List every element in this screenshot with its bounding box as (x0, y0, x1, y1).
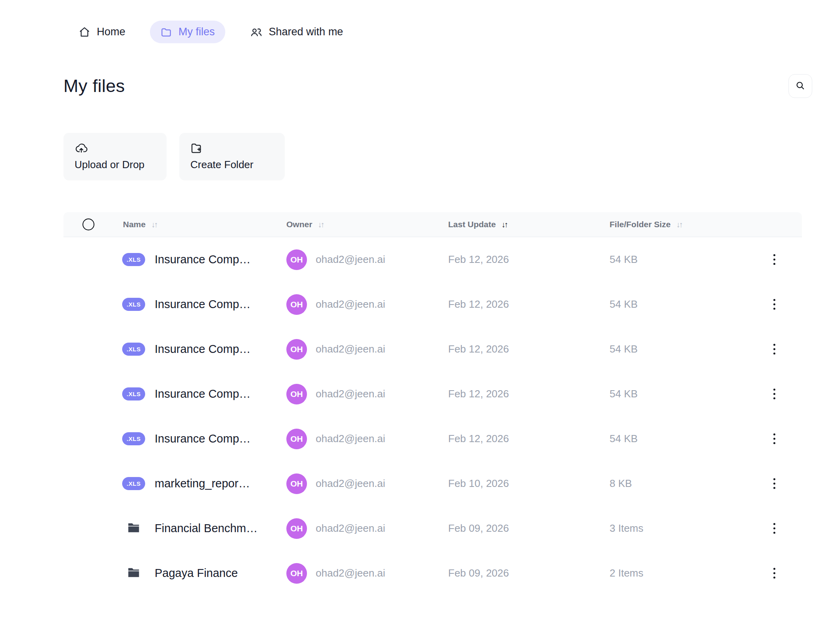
owner-email: ohad2@jeen.ai (316, 477, 385, 490)
kebab-cell (746, 519, 802, 538)
sort-icon[interactable]: ↓↑ (318, 220, 323, 229)
owner-email: ohad2@jeen.ai (316, 298, 385, 310)
owner-email: ohad2@jeen.ai (316, 522, 385, 535)
nav-item-label: My files (178, 26, 215, 38)
last-update: Feb 12, 2026 (448, 433, 610, 445)
column-label: Owner (286, 220, 312, 229)
file-size: 3 Items (610, 522, 746, 535)
avatar: OH (286, 339, 307, 360)
name-cell: Financial Benchm… (123, 521, 286, 537)
file-name: Insurance Comp… (155, 432, 251, 445)
file-type-badge: .XLS (122, 343, 145, 356)
column-header-name[interactable]: Name ↓↑ (123, 220, 286, 229)
sort-icon[interactable]: ↓↑ (676, 220, 682, 229)
owner-cell: OH ohad2@jeen.ai (286, 339, 448, 360)
column-label: Name (123, 220, 146, 229)
file-type-badge: .XLS (122, 298, 145, 311)
kebab-menu-icon[interactable] (769, 295, 779, 314)
table-row[interactable]: .XLS Insurance Comp… OH ohad2@jeen.ai Fe… (63, 372, 802, 416)
table-body: .XLS Insurance Comp… OH ohad2@jeen.ai Fe… (63, 237, 802, 596)
kebab-menu-icon[interactable] (769, 385, 779, 403)
column-label: Last Update (448, 220, 496, 229)
kebab-menu-icon[interactable] (769, 564, 779, 583)
owner-cell: OH ohad2@jeen.ai (286, 518, 448, 539)
title-row: My files (63, 74, 812, 98)
last-update: Feb 10, 2026 (448, 477, 610, 490)
select-all-cell (63, 218, 123, 231)
people-icon (250, 26, 263, 38)
owner-email: ohad2@jeen.ai (316, 433, 385, 445)
folder-solid-icon (127, 521, 141, 537)
select-all-checkbox[interactable] (82, 218, 94, 230)
last-update: Feb 09, 2026 (448, 567, 610, 579)
kebab-menu-icon[interactable] (769, 519, 779, 538)
owner-email: ohad2@jeen.ai (316, 253, 385, 266)
file-name: Pagaya Finance (155, 567, 238, 580)
column-header-last-update[interactable]: Last Update ↓↑ (448, 220, 610, 229)
last-update: Feb 12, 2026 (448, 343, 610, 355)
file-name: Insurance Comp… (155, 343, 251, 356)
table-row[interactable]: Financial Benchm… OH ohad2@jeen.ai Feb 0… (63, 506, 802, 551)
create-folder-button[interactable]: Create Folder (179, 133, 285, 180)
avatar: OH (286, 518, 307, 539)
kebab-menu-icon[interactable] (769, 340, 779, 358)
kebab-cell (746, 429, 802, 448)
nav-item-shared-with-me[interactable]: Shared with me (240, 21, 354, 43)
owner-cell: OH ohad2@jeen.ai (286, 429, 448, 449)
avatar: OH (286, 249, 307, 270)
name-cell: Pagaya Finance (123, 565, 286, 581)
table-row[interactable]: .XLS marketing_repor… OH ohad2@jeen.ai F… (63, 461, 802, 506)
owner-email: ohad2@jeen.ai (316, 388, 385, 400)
file-size: 54 KB (610, 433, 746, 445)
search-icon (795, 80, 806, 92)
kebab-cell (746, 250, 802, 269)
file-size: 54 KB (610, 253, 746, 266)
search-button[interactable] (788, 74, 812, 98)
file-type-badge: .XLS (122, 253, 145, 266)
file-name: marketing_repor… (155, 477, 250, 490)
file-type-badge: .XLS (122, 387, 145, 400)
name-cell: .XLS Insurance Comp… (123, 432, 286, 445)
table-row[interactable]: .XLS Insurance Comp… OH ohad2@jeen.ai Fe… (63, 416, 802, 461)
last-update: Feb 12, 2026 (448, 253, 610, 266)
name-cell: .XLS Insurance Comp… (123, 343, 286, 356)
avatar: OH (286, 429, 307, 449)
last-update: Feb 12, 2026 (448, 298, 610, 310)
create-folder-label: Create Folder (190, 159, 274, 171)
upload-or-drop-label: Upload or Drop (75, 159, 155, 171)
sort-icon[interactable]: ↓↑ (151, 220, 157, 229)
nav-item-my-files[interactable]: My files (150, 21, 225, 43)
file-icon-slot (123, 565, 144, 581)
nav-item-home[interactable]: Home (68, 21, 136, 43)
kebab-cell (746, 564, 802, 583)
name-cell: .XLS marketing_repor… (123, 477, 286, 490)
table-row[interactable]: Pagaya Finance OH ohad2@jeen.ai Feb 09, … (63, 551, 802, 596)
file-icon-slot: .XLS (123, 253, 144, 266)
kebab-menu-icon[interactable] (769, 250, 779, 269)
table-row[interactable]: .XLS Insurance Comp… OH ohad2@jeen.ai Fe… (63, 237, 802, 282)
file-size: 54 KB (610, 343, 746, 355)
column-header-owner[interactable]: Owner ↓↑ (286, 220, 448, 229)
name-cell: .XLS Insurance Comp… (123, 253, 286, 266)
file-size: 54 KB (610, 298, 746, 310)
action-cards: Upload or Drop Create Folder (63, 133, 840, 180)
folder-solid-icon (127, 565, 141, 581)
table-row[interactable]: .XLS Insurance Comp… OH ohad2@jeen.ai Fe… (63, 282, 802, 327)
avatar: OH (286, 294, 307, 315)
column-header-file-folder-size[interactable]: File/Folder Size ↓↑ (610, 220, 746, 229)
owner-cell: OH ohad2@jeen.ai (286, 384, 448, 404)
file-name: Insurance Comp… (155, 298, 251, 311)
upload-or-drop-button[interactable]: Upload or Drop (63, 133, 167, 180)
kebab-menu-icon[interactable] (769, 474, 779, 493)
table-header: Name ↓↑ Owner ↓↑ Last Update ↓↑ File/Fol… (63, 212, 802, 237)
file-icon-slot: .XLS (123, 298, 144, 311)
nav-item-label: Home (97, 26, 125, 38)
file-icon-slot (123, 521, 144, 537)
kebab-menu-icon[interactable] (769, 429, 779, 448)
file-icon-slot: .XLS (123, 343, 144, 356)
table-row[interactable]: .XLS Insurance Comp… OH ohad2@jeen.ai Fe… (63, 327, 802, 372)
sort-icon-active[interactable]: ↓↑ (501, 220, 507, 229)
folder-icon (160, 26, 172, 38)
column-label: File/Folder Size (610, 220, 671, 229)
owner-email: ohad2@jeen.ai (316, 343, 385, 355)
